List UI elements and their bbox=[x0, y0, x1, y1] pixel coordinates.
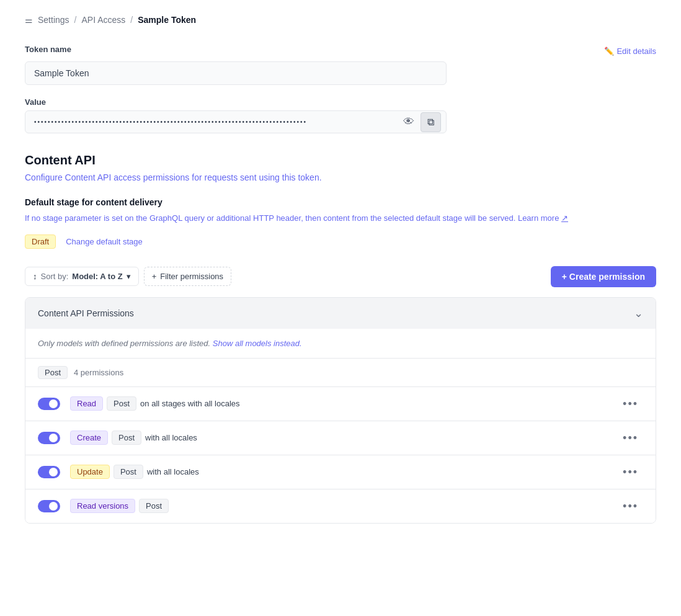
permissions-info: Only models with defined permissions are… bbox=[25, 329, 656, 359]
permission-toggle-1[interactable] bbox=[38, 432, 60, 444]
settings-icon: ⚌ bbox=[25, 15, 33, 25]
edit-details-link[interactable]: ✏️ Edit details bbox=[604, 47, 656, 56]
content-api-title: Content API bbox=[25, 153, 656, 167]
filter-button[interactable]: + Filter permissions bbox=[144, 267, 231, 286]
toggle-visibility-button[interactable]: 👁 bbox=[399, 112, 418, 132]
sort-button[interactable]: ↕ Sort by: Model: A to Z ▾ bbox=[25, 267, 139, 286]
edit-icon: ✏️ bbox=[604, 47, 614, 56]
permission-action-tag-3: Read versions bbox=[70, 499, 135, 513]
permission-model-tag-0: Post bbox=[107, 396, 136, 411]
breadcrumb-separator-2: / bbox=[130, 15, 133, 25]
copy-button[interactable]: ⧉ bbox=[421, 112, 441, 132]
permission-more-button-3[interactable]: ••• bbox=[618, 498, 643, 514]
permission-action-tag-0: Read bbox=[70, 396, 103, 411]
permission-toggle-3[interactable] bbox=[38, 500, 60, 512]
token-name-label: Token name bbox=[25, 45, 71, 54]
breadcrumb-settings[interactable]: Settings bbox=[38, 15, 69, 25]
eye-icon: 👁 bbox=[403, 115, 414, 128]
permission-toggle-2[interactable] bbox=[38, 466, 60, 478]
breadcrumb-current: Sample Token bbox=[138, 15, 196, 25]
model-badge: Post bbox=[38, 366, 68, 379]
default-stage-title: Default stage for content delivery bbox=[25, 197, 656, 207]
permission-row: Update Post with all locales ••• bbox=[25, 455, 656, 489]
chevron-down-icon: ▾ bbox=[127, 272, 131, 281]
model-row: Post 4 permissions bbox=[25, 359, 656, 387]
permission-row: Create Post with all locales ••• bbox=[25, 421, 656, 455]
value-label: Value bbox=[25, 97, 656, 107]
permissions-panel-header[interactable]: Content API Permissions ⌄ bbox=[25, 298, 656, 329]
permission-action-tag-1: Create bbox=[70, 431, 108, 445]
permission-toggle-0[interactable] bbox=[38, 398, 60, 410]
breadcrumb: ⚌ Settings / API Access / Sample Token bbox=[25, 15, 656, 25]
learn-more-link[interactable]: ↗ bbox=[561, 213, 568, 223]
permission-row: Read Post on all stages with all locales… bbox=[25, 387, 656, 421]
permission-detail-2: with all locales bbox=[147, 467, 199, 476]
default-stage-description: If no stage parameter is set on the Grap… bbox=[25, 212, 656, 225]
permission-model-tag-2: Post bbox=[114, 465, 143, 479]
permission-action-tag-2: Update bbox=[70, 465, 110, 479]
permission-detail-1: with all locales bbox=[145, 433, 197, 442]
permission-more-button-2[interactable]: ••• bbox=[618, 464, 643, 480]
permission-row: Read versions Post ••• bbox=[25, 489, 656, 523]
filter-label: Filter permissions bbox=[160, 272, 223, 281]
token-name-input[interactable] bbox=[25, 61, 447, 85]
content-api-section: Content API Configure Content API access… bbox=[25, 153, 656, 249]
value-field: ••••••••••••••••••••••••••••••••••••••••… bbox=[25, 110, 447, 133]
content-api-description: Configure Content API access permissions… bbox=[25, 172, 656, 182]
permission-more-button-1[interactable]: ••• bbox=[618, 430, 643, 446]
permission-more-button-0[interactable]: ••• bbox=[618, 396, 643, 412]
stage-badge: Draft bbox=[25, 234, 56, 249]
model-permissions-count: 4 permissions bbox=[74, 368, 123, 377]
create-permission-button[interactable]: + Create permission bbox=[551, 266, 656, 287]
permissions-header-title: Content API Permissions bbox=[38, 308, 134, 318]
permission-model-tag-3: Post bbox=[139, 499, 169, 513]
sort-icon: ↕ bbox=[33, 272, 37, 281]
permission-detail-0: on all stages with all locales bbox=[140, 399, 239, 408]
sort-label: Sort by: bbox=[41, 272, 69, 281]
password-dots: ••••••••••••••••••••••••••••••••••••••••… bbox=[34, 111, 399, 133]
permissions-panel: Content API Permissions ⌄ Only models wi… bbox=[25, 297, 656, 524]
chevron-icon: ⌄ bbox=[634, 306, 643, 320]
permissions-toolbar: ↕ Sort by: Model: A to Z ▾ + Filter perm… bbox=[25, 266, 656, 287]
permission-model-tag-1: Post bbox=[112, 431, 141, 445]
breadcrumb-api-access[interactable]: API Access bbox=[81, 15, 125, 25]
change-default-stage-link[interactable]: Change default stage bbox=[66, 237, 143, 246]
sort-value: Model: A to Z bbox=[72, 272, 122, 281]
show-all-models-link[interactable]: Show all models instead. bbox=[213, 339, 302, 348]
copy-icon: ⧉ bbox=[427, 117, 434, 128]
filter-plus-icon: + bbox=[152, 272, 157, 281]
breadcrumb-separator-1: / bbox=[74, 15, 77, 25]
